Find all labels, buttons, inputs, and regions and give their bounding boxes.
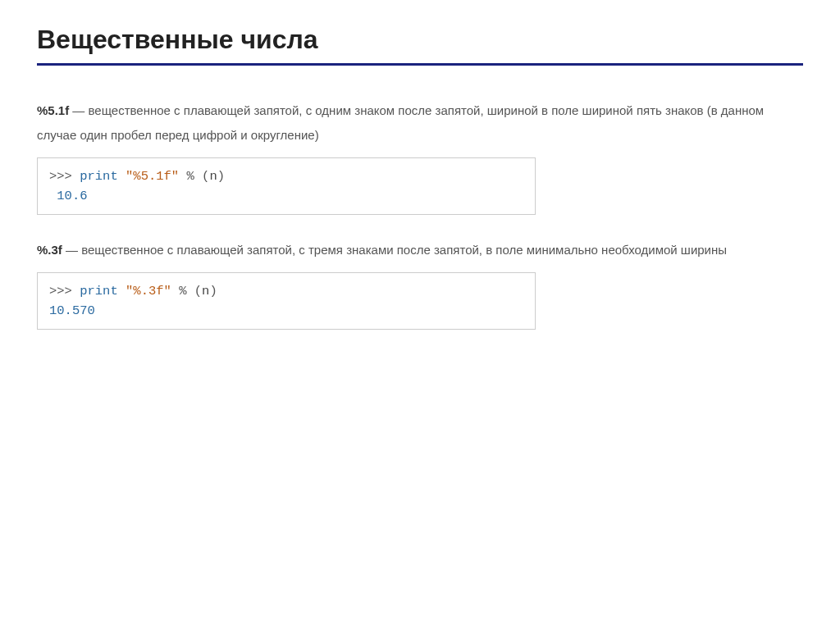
print-keyword-1: print bbox=[80, 169, 118, 184]
code-block-1: >>> print "%5.1f" % (n) 10.6 bbox=[37, 157, 536, 215]
string-literal-1: "%5.1f" bbox=[126, 169, 179, 184]
code-block-2: >>> print "%.3f" % (n) 10.570 bbox=[37, 272, 536, 330]
format-desc-text-2: — вещественное с плавающей запятой, с тр… bbox=[62, 243, 727, 257]
format-description-1: %5.1f — вещественное с плавающей запятой… bbox=[37, 98, 803, 148]
string-literal-2: "%.3f" bbox=[126, 284, 171, 299]
percent-op-1: % bbox=[186, 169, 194, 184]
code-output-1: 10.6 bbox=[49, 186, 523, 206]
lparen-2: ( bbox=[194, 284, 202, 299]
code-output-2: 10.570 bbox=[49, 301, 523, 321]
format-desc-text-1: — вещественное с плавающей запятой, с од… bbox=[37, 103, 764, 142]
print-keyword-2: print bbox=[80, 284, 118, 299]
rparen-2: ) bbox=[209, 284, 217, 299]
format-label-1: %5.1f bbox=[37, 103, 69, 117]
format-description-2: %.3f — вещественное с плавающей запятой,… bbox=[37, 238, 803, 262]
rparen-1: ) bbox=[217, 169, 225, 184]
prompt-1: >>> bbox=[49, 169, 80, 184]
page-title: Вещественные числа bbox=[37, 25, 803, 66]
format-label-2: %.3f bbox=[37, 243, 62, 257]
code-input-line-1: >>> print "%5.1f" % (n) bbox=[49, 166, 523, 186]
prompt-2: >>> bbox=[49, 284, 80, 299]
code-input-line-2: >>> print "%.3f" % (n) bbox=[49, 281, 523, 301]
arg-1: n bbox=[209, 169, 217, 184]
